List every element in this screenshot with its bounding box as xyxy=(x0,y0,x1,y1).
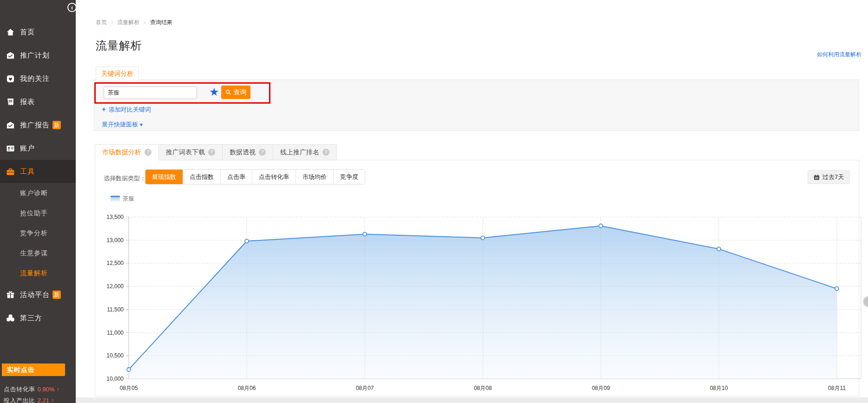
data-point[interactable] xyxy=(717,247,721,251)
analysis-tabs: 市场数据分析?推广词表下载?数据透视?线上推广排名? xyxy=(95,144,337,160)
sidebar-item-tools[interactable]: 工具 xyxy=(0,160,76,183)
query-button-label: 查询 xyxy=(234,88,247,97)
sidebar: ‹ 首页推广计划我的关注报表推广报告新账户工具账户诊断抢位助手竞争分析生意参谋流… xyxy=(0,0,76,403)
stat-value: 0.90% xyxy=(38,386,55,393)
tab-keyword-analysis[interactable]: 关键词分析 xyxy=(96,66,139,80)
sidebar-item-label: 工具 xyxy=(20,167,35,176)
search-icon xyxy=(225,89,231,95)
sidebar-item-account-diagnosis[interactable]: 账户诊断 xyxy=(0,183,76,203)
data-point[interactable] xyxy=(481,236,485,240)
sidebar-item-reports[interactable]: 报表 xyxy=(0,90,76,113)
breadcrumb: 首页›流量解析›查询结果 xyxy=(96,19,172,26)
calendar-icon xyxy=(814,174,820,180)
datatype-option-4[interactable]: 市场均价 xyxy=(296,170,333,184)
x-axis-label: 08月11 xyxy=(828,385,846,391)
chart-legend: 茶服 xyxy=(111,195,134,203)
sidebar-item-traffic-analysis[interactable]: 流量解析 xyxy=(0,263,76,283)
datatype-option-1[interactable]: 点击指数 xyxy=(183,170,220,184)
tab-label: 推广词表下载 xyxy=(166,148,205,157)
tab-analysis-3[interactable]: 线上推广排名? xyxy=(273,144,337,160)
sidebar-item-promotion-plan[interactable]: 推广计划 xyxy=(0,44,76,67)
help-icon[interactable]: ? xyxy=(145,149,151,156)
breadcrumb-separator: › xyxy=(111,19,113,26)
expand-panel-label: 展开快捷面板 xyxy=(102,121,138,128)
plus-icon: + xyxy=(102,105,106,113)
add-compare-label: 添加对比关键词 xyxy=(109,106,151,113)
expand-quick-panel-link[interactable]: 展开快捷面板▼ xyxy=(102,120,144,129)
legend-swatch xyxy=(111,196,120,202)
toolbox-icon xyxy=(6,167,15,176)
sidebar-item-label: 首页 xyxy=(20,28,35,37)
tab-label: 市场数据分析 xyxy=(102,148,141,157)
sidebar-item-third-party[interactable]: 第三方 xyxy=(0,306,76,330)
data-point[interactable] xyxy=(599,224,603,228)
realtime-stat-row: 点击转化率0.90%↑ xyxy=(4,385,83,394)
datatype-option-0[interactable]: 展现指数 xyxy=(145,170,183,184)
sidebar-item-label: 我的关注 xyxy=(20,74,50,83)
favorite-star-icon[interactable]: ★ xyxy=(209,86,219,99)
keyword-input[interactable] xyxy=(104,86,197,99)
help-icon[interactable]: ? xyxy=(208,149,215,156)
x-axis-label: 08月08 xyxy=(474,385,492,391)
x-axis-label: 08月05 xyxy=(120,385,138,391)
tab-analysis-2[interactable]: 数据透视? xyxy=(223,144,273,160)
sidebar-item-home[interactable]: 首页 xyxy=(0,20,76,44)
sidebar-item-label: 推广计划 xyxy=(20,51,50,60)
sidebar-item-rank-assistant[interactable]: 抢位助手 xyxy=(0,203,76,223)
sidebar-item-competition-analysis[interactable]: 竞争分析 xyxy=(0,223,76,243)
area-fill xyxy=(129,226,837,379)
date-range-label: 过去7天 xyxy=(822,173,844,181)
date-range-button[interactable]: 过去7天 xyxy=(808,170,850,184)
datatype-option-3[interactable]: 点击转化率 xyxy=(252,170,296,184)
sidebar-item-label: 账户 xyxy=(20,144,35,153)
sidebar-item-business-advisor[interactable]: 生意参谋 xyxy=(0,243,76,263)
data-point[interactable] xyxy=(835,287,839,291)
data-point[interactable] xyxy=(245,239,249,243)
traffic-trend-chart: 13,50013,00012,50012,00011,50011,00010,5… xyxy=(95,209,868,397)
add-compare-keyword-link[interactable]: +添加对比关键词 xyxy=(102,105,151,114)
tab-analysis-0[interactable]: 市场数据分析? xyxy=(95,144,159,160)
sidebar-collapse-button[interactable]: ‹ xyxy=(67,3,77,12)
tab-analysis-1[interactable]: 推广词表下载? xyxy=(159,144,223,160)
x-axis-label: 08月07 xyxy=(356,385,374,391)
help-icon[interactable]: ? xyxy=(259,149,266,156)
home-icon xyxy=(6,28,15,37)
sidebar-item-activity-platform[interactable]: 活动平台新 xyxy=(0,283,76,306)
sidebar-menu: 首页推广计划我的关注报表推广报告新账户工具账户诊断抢位助手竞争分析生意参谋流量解… xyxy=(0,20,76,330)
help-link[interactable]: 如何利用流量解析 xyxy=(817,51,861,59)
tab-label: 线上推广排名 xyxy=(280,148,319,157)
y-axis-label: 13,500 xyxy=(106,214,124,220)
y-axis-label: 10,500 xyxy=(106,352,124,359)
realtime-stat-row: 投入产出比2.21↑ xyxy=(4,396,83,403)
y-axis-label: 10,000 xyxy=(106,376,124,382)
sidebar-item-label: 第三方 xyxy=(20,314,42,323)
report-icon xyxy=(6,98,15,106)
data-point[interactable] xyxy=(127,368,131,371)
sidebar-item-my-follows[interactable]: 我的关注 xyxy=(0,67,76,90)
query-button[interactable]: 查询 xyxy=(221,86,250,99)
realtime-title: 实时点击 xyxy=(2,363,65,376)
sidebar-item-promotion-report[interactable]: 推广报告新 xyxy=(0,113,76,137)
y-axis-label: 11,500 xyxy=(107,306,124,313)
datatype-button-group: 展现指数点击指数点击率点击转化率市场均价竞争度 xyxy=(145,169,365,185)
campaign-icon xyxy=(6,51,15,60)
sidebar-item-account[interactable]: 账户 xyxy=(0,137,76,160)
help-icon[interactable]: ? xyxy=(322,149,329,156)
stat-label: 投入产出比 xyxy=(4,397,35,403)
page-title: 流量解析 xyxy=(96,38,142,53)
legend-label: 茶服 xyxy=(123,195,134,203)
datatype-option-5[interactable]: 竞争度 xyxy=(333,170,365,184)
breadcrumb-item: 查询结果 xyxy=(150,19,172,26)
gift-icon xyxy=(6,291,15,299)
breadcrumb-item[interactable]: 首页 xyxy=(96,19,107,26)
breadcrumb-item[interactable]: 流量解析 xyxy=(117,19,139,26)
app-root: ‹ 首页推广计划我的关注报表推广报告新账户工具账户诊断抢位助手竞争分析生意参谋流… xyxy=(0,0,868,403)
promo-report-icon xyxy=(6,121,15,130)
data-point[interactable] xyxy=(363,232,367,236)
trend-up-icon: ↑ xyxy=(56,386,59,393)
y-axis-label: 12,500 xyxy=(106,260,124,266)
datatype-label: 选择数据类型： xyxy=(104,174,146,183)
y-axis-label: 11,000 xyxy=(107,330,124,336)
stat-value: 2.21 xyxy=(38,397,49,403)
datatype-option-2[interactable]: 点击率 xyxy=(220,170,252,184)
